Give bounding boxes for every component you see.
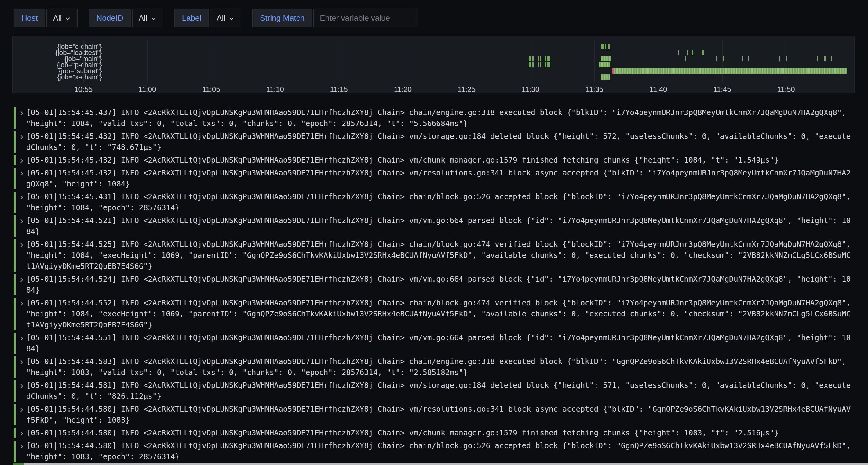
log-row[interactable]: ›[05-01|15:54:44.580] INFO <2AcRkXTLLtQj… [12, 439, 868, 463]
log-volume-bar [742, 56, 743, 61]
variable-value-nodeid-dropdown[interactable]: All [132, 8, 163, 28]
log-volume-bar [538, 56, 539, 61]
log-volume-bar [532, 62, 533, 67]
log-volume-bar [692, 50, 693, 55]
time-tick-label: 11:20 [394, 85, 412, 94]
variable-label-string-match-text: String Match [260, 13, 305, 23]
log-volume-bar [678, 50, 679, 55]
time-tick-label: 11:40 [649, 85, 667, 94]
log-row[interactable]: ›[05-01|15:54:45.432] INFO <2AcRkXTLLtQj… [12, 130, 868, 154]
log-line-text: [05-01|15:54:45.432] INFO <2AcRkXTLLtQjv… [26, 155, 868, 166]
log-line-text: [05-01|15:54:44.551] INFO <2AcRkXTLLtQjv… [26, 332, 868, 354]
log-volume-bar [605, 44, 606, 49]
log-level-indicator-info [14, 239, 16, 271]
gridline [594, 39, 595, 82]
gridline [339, 39, 339, 82]
log-row[interactable]: ›[05-01|15:54:45.432] INFO <2AcRkXTLLtQj… [12, 167, 868, 190]
expand-log-chevron-icon[interactable]: › [18, 215, 26, 237]
time-tick-label: 11:05 [202, 85, 220, 94]
variable-group-host: Host All [14, 8, 78, 28]
log-volume-bar [685, 56, 686, 61]
log-volume-bar [545, 56, 546, 61]
timeline-plot[interactable] [29, 39, 854, 82]
expand-log-chevron-icon[interactable]: › [18, 332, 26, 354]
log-volume-bar [529, 56, 531, 61]
log-volume-bar [817, 56, 818, 61]
log-volume-bar [748, 56, 749, 61]
variable-value-host-dropdown[interactable]: All [46, 8, 78, 28]
logs-panel: ›[05-01|15:54:45.437] INFO <2AcRkXTLLtQj… [12, 96, 868, 463]
log-row[interactable]: ›[05-01|15:54:44.580] INFO <2AcRkXTLLtQj… [12, 403, 868, 427]
log-volume-panel: {job="c-chain"}{job="loadtest"}{job="mai… [12, 36, 855, 93]
variable-value-nodeid-text: All [139, 13, 148, 23]
expand-log-chevron-icon[interactable]: › [18, 131, 26, 153]
log-row[interactable]: ›[05-01|15:54:44.521] INFO <2AcRkXTLLtQj… [12, 214, 868, 238]
log-level-indicator-info [14, 274, 16, 295]
log-row[interactable]: ›[05-01|15:54:45.431] INFO <2AcRkXTLLtQj… [12, 190, 868, 214]
log-volume-bar [601, 56, 611, 61]
log-row[interactable]: ›[05-01|15:54:45.437] INFO <2AcRkXTLLtQj… [12, 106, 868, 130]
expand-log-chevron-icon[interactable]: › [18, 428, 26, 438]
variable-value-label-text: All [217, 13, 225, 23]
expand-log-chevron-icon[interactable]: › [18, 380, 26, 402]
log-row[interactable]: ›[05-01|15:54:44.552] INFO <2AcRkXTLLtQj… [12, 297, 868, 331]
expand-log-chevron-icon[interactable]: › [18, 298, 26, 330]
variable-group-label: Label All [175, 8, 242, 28]
gridline [467, 39, 467, 82]
expand-log-chevron-icon[interactable]: › [18, 274, 26, 296]
log-volume-bar [601, 74, 610, 80]
log-volume-bar [716, 56, 717, 61]
variable-group-nodeid: NodeID All [89, 8, 163, 28]
variable-label-host-text: Host [21, 13, 37, 23]
expand-log-chevron-icon[interactable]: › [18, 155, 26, 166]
time-tick-label: 11:50 [777, 85, 795, 94]
expand-log-chevron-icon[interactable]: › [18, 404, 26, 426]
log-level-indicator-info [14, 215, 16, 237]
log-row[interactable]: ›[05-01|15:54:44.580] INFO <2AcRkXTLLtQj… [12, 427, 868, 439]
log-volume-bar [545, 62, 546, 67]
log-line-text: [05-01|15:54:45.431] INFO <2AcRkXTLLtQjv… [26, 191, 868, 213]
variable-label-string-match: String Match [252, 8, 312, 28]
log-volume-bar [601, 44, 604, 49]
log-line-text: [05-01|15:54:44.581] INFO <2AcRkXTLLtQjv… [26, 380, 868, 402]
log-row[interactable]: ›[05-01|15:54:44.583] INFO <2AcRkXTLLtQj… [12, 355, 868, 379]
expand-log-chevron-icon[interactable]: › [18, 239, 26, 272]
variable-value-label-dropdown[interactable]: All [210, 8, 241, 28]
expand-log-chevron-icon[interactable]: › [18, 440, 26, 462]
log-row[interactable]: ›[05-01|15:54:44.551] INFO <2AcRkXTLLtQj… [12, 331, 868, 355]
log-volume-bar [547, 56, 550, 61]
string-match-input[interactable] [313, 8, 418, 28]
variable-group-string-match: String Match [252, 8, 418, 28]
log-volume-bar [687, 50, 688, 55]
log-row[interactable]: ›[05-01|15:54:44.525] INFO <2AcRkXTLLtQj… [12, 238, 868, 273]
log-volume-bar [831, 56, 832, 61]
chevron-down-icon [229, 17, 234, 20]
log-level-indicator-info [14, 380, 16, 402]
log-row[interactable]: ›[05-01|15:54:44.581] INFO <2AcRkXTLLtQj… [12, 379, 868, 403]
gridline [211, 39, 211, 82]
expand-log-chevron-icon[interactable]: › [18, 167, 26, 190]
expand-log-chevron-icon[interactable]: › [18, 107, 26, 129]
log-line-text: [05-01|15:54:44.521] INFO <2AcRkXTLLtQjv… [26, 215, 868, 237]
log-level-indicator-info [14, 298, 16, 330]
log-line-text: [05-01|15:54:44.524] INFO <2AcRkXTLLtQjv… [26, 274, 868, 296]
variable-label-host: Host [14, 8, 45, 28]
log-level-indicator-info [14, 155, 16, 165]
log-level-indicator-info [14, 192, 16, 213]
log-row[interactable]: ›[05-01|15:54:45.432] INFO <2AcRkXTLLtQj… [12, 154, 868, 167]
log-volume-bar [607, 44, 608, 49]
variable-label-label-text: Label [182, 13, 202, 23]
gridline [83, 39, 84, 82]
chevron-down-icon [65, 17, 70, 20]
log-row[interactable]: ›[05-01|15:54:44.524] INFO <2AcRkXTLLtQj… [12, 273, 868, 297]
expand-log-chevron-icon[interactable]: › [18, 356, 26, 378]
log-volume-bar [538, 62, 539, 67]
log-line-text: [05-01|15:54:44.580] INFO <2AcRkXTLLtQjv… [26, 440, 868, 462]
variables-toolbar: Host All NodeID All Label All String Mat… [14, 8, 429, 28]
log-line-text: [05-01|15:54:45.432] INFO <2AcRkXTLLtQjv… [26, 167, 868, 190]
log-volume-bar [540, 56, 541, 61]
expand-log-chevron-icon[interactable]: › [18, 191, 26, 213]
time-tick-label: 11:35 [586, 85, 603, 94]
chevron-down-icon [151, 17, 156, 20]
log-level-indicator-info [14, 131, 16, 153]
